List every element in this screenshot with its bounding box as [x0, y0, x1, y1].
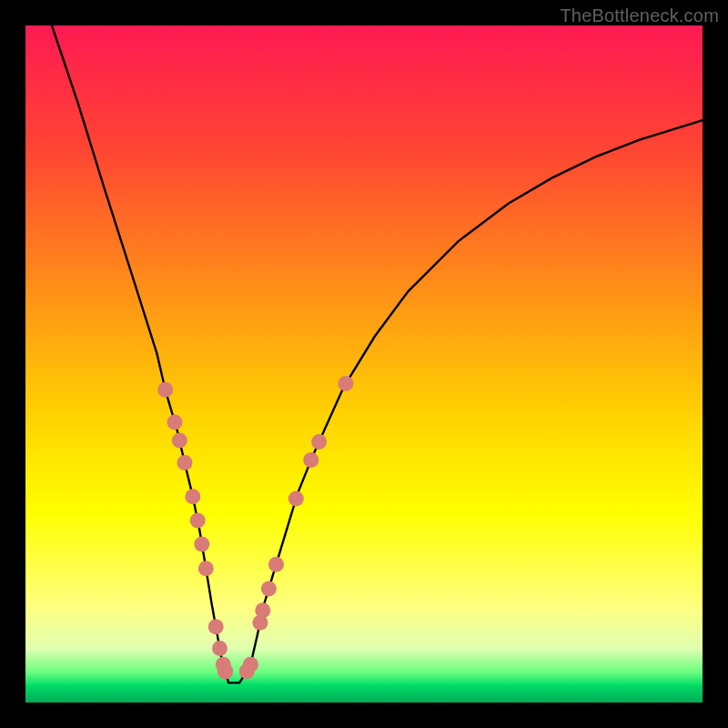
bottleneck-curve-line [52, 25, 703, 682]
curve-marker-dot [212, 641, 228, 656]
curve-marker-dot [339, 376, 354, 391]
curve-marker-dot [157, 382, 173, 398]
curve-marker-dot [185, 489, 200, 504]
chart-overlay [25, 25, 703, 703]
curve-marker-dot [167, 415, 183, 430]
curve-marker-dot [261, 581, 277, 597]
curve-marker-dot [208, 619, 224, 634]
curve-marker-dot [243, 657, 258, 672]
curve-marker-dot [190, 512, 206, 528]
bottleneck-curve-markers [157, 376, 353, 679]
curve-marker-dot [311, 434, 327, 450]
curve-marker-dot [177, 455, 193, 470]
curve-marker-dot [194, 536, 209, 551]
chart-plot-area [25, 25, 703, 703]
watermark-text: TheBottleneck.com [560, 5, 719, 26]
curve-marker-dot [255, 602, 270, 618]
curve-marker-dot [268, 557, 284, 572]
curve-marker-dot [217, 663, 233, 679]
curve-marker-dot [172, 433, 187, 449]
curve-marker-dot [288, 491, 304, 507]
curve-marker-dot [198, 561, 214, 576]
curve-marker-dot [303, 452, 318, 468]
